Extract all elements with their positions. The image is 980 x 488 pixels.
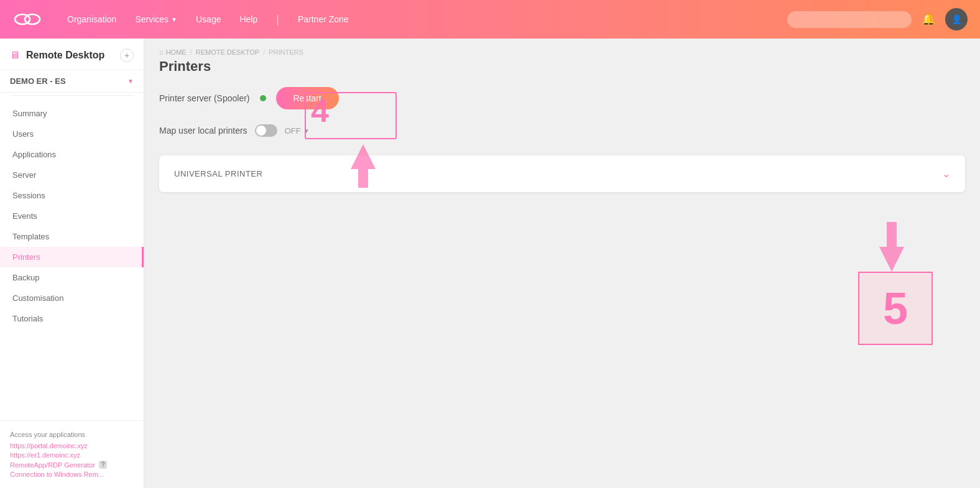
expand-chevron-icon[interactable]: ⌄ bbox=[942, 168, 950, 180]
sidebar-item-summary[interactable]: Summary bbox=[0, 103, 144, 124]
breadcrumb-sep-2: / bbox=[263, 48, 265, 56]
map-printers-row: Map user local printers OFF ▼ bbox=[159, 124, 965, 137]
nav-services[interactable]: Services ▼ bbox=[135, 14, 177, 24]
logo[interactable] bbox=[12, 10, 42, 29]
nav-partner-zone[interactable]: Partner Zone bbox=[298, 14, 349, 24]
page-title: Printers bbox=[159, 58, 965, 75]
sidebar-item-events[interactable]: Events bbox=[0, 206, 144, 226]
breadcrumb: ⌂ HOME / REMOTE DESKTOP / PRINTERS bbox=[144, 39, 980, 58]
status-indicator bbox=[260, 95, 266, 101]
universal-printer-card: UNIVERSAL PRINTER ⌄ bbox=[159, 155, 965, 192]
sidebar-item-backup[interactable]: Backup bbox=[0, 267, 144, 288]
sidebar-item-users[interactable]: Users bbox=[0, 124, 144, 144]
add-button[interactable]: + bbox=[120, 48, 134, 62]
svg-marker-3 bbox=[879, 222, 904, 272]
breadcrumb-sep-1: / bbox=[190, 48, 192, 56]
top-navigation: Organisation Services ▼ Usage Help | Par… bbox=[0, 0, 980, 39]
chevron-down-icon: ▼ bbox=[127, 78, 134, 85]
nav-links: Organisation Services ▼ Usage Help | Par… bbox=[67, 13, 787, 26]
svg-point-1 bbox=[25, 14, 40, 24]
sidebar-item-templates[interactable]: Templates bbox=[0, 226, 144, 247]
page-area: Printers Printer server (Spooler) Restar… bbox=[144, 58, 980, 212]
main-layout: 🖥 Remote Desktop + DEMO ER - ES ▼ Summar… bbox=[0, 39, 980, 488]
breadcrumb-remote-desktop[interactable]: REMOTE DESKTOP bbox=[196, 48, 259, 56]
printer-server-row: Printer server (Spooler) Restart bbox=[159, 87, 965, 109]
printer-server-label: Printer server (Spooler) bbox=[159, 93, 250, 103]
map-printers-label: Map user local printers bbox=[159, 126, 247, 136]
nav-help[interactable]: Help bbox=[239, 14, 257, 24]
search-input[interactable] bbox=[787, 11, 912, 28]
sidebar-item-tutorials[interactable]: Tutorials bbox=[0, 308, 144, 329]
sidebar-item-server[interactable]: Server bbox=[0, 165, 144, 185]
home-icon: ⌂ bbox=[159, 48, 164, 56]
breadcrumb-printers: PRINTERS bbox=[269, 48, 303, 56]
printer-card-header: UNIVERSAL PRINTER ⌄ bbox=[159, 155, 965, 192]
nav-divider: | bbox=[276, 13, 279, 26]
sidebar-nav: Summary Users Applications Server Sessio… bbox=[0, 98, 144, 420]
avatar[interactable]: 👤 bbox=[945, 8, 968, 30]
sidebar-title: Remote Desktop bbox=[26, 50, 120, 61]
sidebar-item-customisation[interactable]: Customisation bbox=[0, 288, 144, 308]
chevron-down-icon: ▼ bbox=[171, 16, 177, 23]
connection-link[interactable]: Connection to Windows Rem... bbox=[10, 471, 134, 478]
off-label: OFF ▼ bbox=[285, 126, 310, 136]
sidebar-footer: Access your applications https://portal.… bbox=[0, 420, 144, 488]
sidebar-item-printers[interactable]: Printers bbox=[0, 247, 144, 267]
remote-desktop-icon: 🖥 bbox=[10, 50, 20, 61]
sidebar-item-applications[interactable]: Applications bbox=[0, 144, 144, 165]
org-selector[interactable]: DEMO ER - ES ▼ bbox=[10, 76, 134, 86]
er1-link[interactable]: https://er1.demoinc.xyz bbox=[10, 451, 134, 459]
chevron-down-icon: ▼ bbox=[303, 127, 310, 134]
sidebar-header: 🖥 Remote Desktop + bbox=[0, 39, 144, 70]
nav-organisation[interactable]: Organisation bbox=[67, 14, 116, 24]
printer-name: UNIVERSAL PRINTER bbox=[174, 169, 262, 178]
nav-right-section: 🔔 👤 bbox=[787, 8, 968, 30]
rdp-generator-link[interactable]: RemoteApp/RDP Generator ? bbox=[10, 461, 134, 469]
access-apps-label: Access your applications bbox=[10, 431, 134, 438]
bell-icon[interactable]: 🔔 bbox=[922, 12, 935, 26]
portal-link[interactable]: https://portal.demoinc.xyz bbox=[10, 442, 134, 449]
sidebar: 🖥 Remote Desktop + DEMO ER - ES ▼ Summar… bbox=[0, 39, 144, 488]
breadcrumb-home[interactable]: ⌂ HOME bbox=[159, 48, 187, 56]
restart-button[interactable]: Restart bbox=[276, 87, 339, 109]
nav-usage[interactable]: Usage bbox=[196, 14, 221, 24]
map-printers-toggle[interactable] bbox=[255, 124, 277, 137]
nav-divider bbox=[10, 95, 134, 96]
rdp-badge: ? bbox=[99, 461, 108, 469]
sidebar-item-sessions[interactable]: Sessions bbox=[0, 185, 144, 206]
sidebar-org: DEMO ER - ES ▼ bbox=[0, 70, 144, 93]
main-content: ⌂ HOME / REMOTE DESKTOP / PRINTERS Print… bbox=[144, 39, 980, 488]
